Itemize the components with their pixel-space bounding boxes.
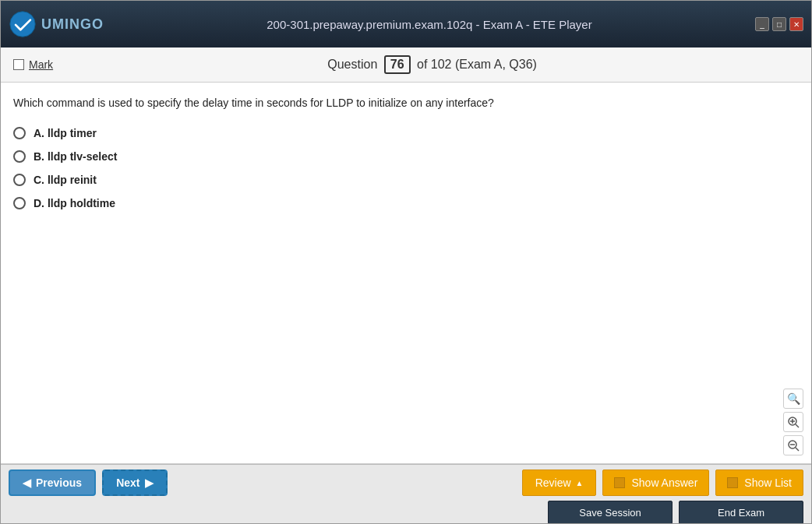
mark-checkbox[interactable]	[13, 59, 24, 70]
end-exam-button[interactable]: End Exam	[679, 501, 803, 524]
prev-arrow-icon: ◀	[23, 477, 31, 489]
mark-label[interactable]: Mark	[29, 58, 53, 71]
review-button[interactable]: Review ▲	[522, 469, 597, 496]
next-button[interactable]: Next ▶	[102, 469, 167, 496]
question-of-text: of 102 (Exam A, Q36)	[417, 58, 537, 71]
show-list-checkbox-icon	[727, 477, 738, 488]
previous-button[interactable]: ◀ Previous	[9, 469, 96, 496]
option-c-text: C. lldp reinit	[34, 174, 97, 186]
minimize-button[interactable]: _	[755, 17, 769, 31]
save-session-button[interactable]: Save Session	[548, 501, 673, 524]
option-b-text: B. lldp tlv-select	[34, 150, 117, 163]
svg-line-6	[796, 448, 799, 451]
question-number-badge: 76	[384, 55, 411, 74]
option-b[interactable]: B. lldp tlv-select	[13, 150, 799, 163]
window-title: 200-301.prepaway.premium.exam.102q - Exa…	[104, 18, 755, 31]
option-a[interactable]: A. lldp timer	[13, 127, 799, 139]
option-a-text: A. lldp timer	[34, 127, 97, 139]
logo: UMINGO	[9, 10, 104, 38]
option-d[interactable]: D. lldp holdtime	[13, 197, 799, 209]
question-prefix: Question	[327, 58, 377, 71]
maximize-button[interactable]: □	[772, 17, 786, 31]
radio-c[interactable]	[13, 174, 26, 186]
option-d-text: D. lldp holdtime	[34, 197, 115, 209]
close-button[interactable]: ✕	[789, 17, 803, 31]
radio-d[interactable]	[13, 197, 26, 209]
bottom-row-2: Save Session End Exam	[1, 501, 811, 524]
show-answer-button[interactable]: Show Answer	[602, 469, 709, 496]
question-text: Which command is used to specify the del…	[13, 95, 799, 111]
next-arrow-icon: ▶	[145, 477, 154, 489]
logo-icon	[9, 10, 37, 38]
zoom-out-button[interactable]	[783, 435, 803, 455]
mark-area[interactable]: Mark	[13, 58, 53, 71]
window-controls: _ □ ✕	[755, 17, 803, 31]
svg-line-2	[796, 424, 799, 427]
svg-point-0	[10, 12, 35, 37]
question-number-area: Question 76 of 102 (Exam A, Q36)	[65, 55, 799, 74]
radio-a[interactable]	[13, 127, 26, 139]
option-c[interactable]: C. lldp reinit	[13, 174, 799, 186]
title-bar: UMINGO 200-301.prepaway.premium.exam.102…	[1, 1, 811, 47]
review-arrow-icon: ▲	[576, 479, 584, 487]
logo-text: UMINGO	[41, 16, 104, 33]
radio-b[interactable]	[13, 150, 26, 163]
bottom-row-1: ◀ Previous Next ▶ Review ▲ Show Answer S…	[1, 465, 811, 501]
zoom-controls: 🔍	[783, 389, 803, 455]
search-icon[interactable]: 🔍	[783, 389, 803, 409]
question-header: Mark Question 76 of 102 (Exam A, Q36)	[1, 47, 811, 83]
bottom-bar: ◀ Previous Next ▶ Review ▲ Show Answer S…	[1, 464, 811, 524]
show-answer-checkbox-icon	[614, 477, 625, 488]
zoom-in-button[interactable]	[783, 412, 803, 432]
main-content: Which command is used to specify the del…	[1, 83, 811, 464]
show-list-button[interactable]: Show List	[715, 469, 803, 496]
